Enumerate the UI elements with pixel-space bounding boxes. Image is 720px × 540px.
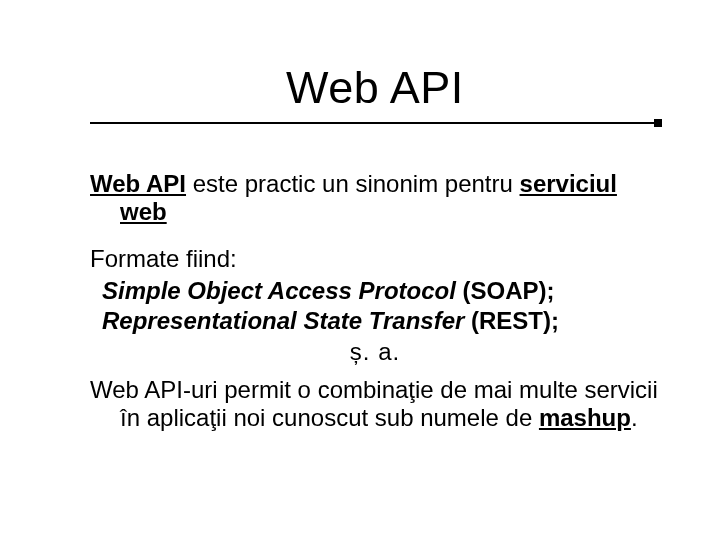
format-item-rest: Representational State Transfer (REST);: [90, 307, 660, 335]
slide-title: Web API: [90, 62, 660, 116]
format-suffix: (SOAP);: [456, 277, 555, 304]
slide-body: Web API este practic un sinonim pentru s…: [90, 170, 660, 451]
format-name: Representational State Transfer: [102, 307, 464, 334]
etc-text: ș. a.: [90, 338, 660, 366]
formats-label: Formate fiind:: [90, 245, 660, 273]
slide: Web API Web API este practic un sinonim …: [0, 0, 720, 540]
closing-mashup: mashup: [539, 404, 631, 431]
format-name: Simple Object Access Protocol: [102, 277, 456, 304]
intro-term-webapi: Web API: [90, 170, 186, 197]
intro-paragraph: Web API este practic un sinonim pentru s…: [90, 170, 660, 227]
intro-text-mid: este practic un sinonim pentru: [186, 170, 520, 197]
closing-post: .: [631, 404, 638, 431]
title-underline: [90, 122, 660, 124]
format-item-soap: Simple Object Access Protocol (SOAP);: [90, 277, 660, 305]
format-suffix: (REST);: [464, 307, 559, 334]
title-area: Web API: [90, 62, 660, 124]
closing-paragraph: Web API-uri permit o combinaţie de mai m…: [90, 376, 660, 433]
